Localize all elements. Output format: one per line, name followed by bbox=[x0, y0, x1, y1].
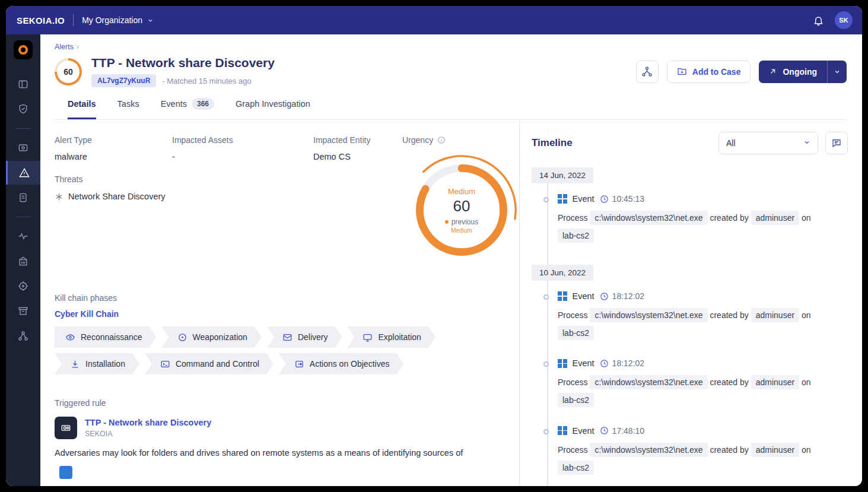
sidebar-item-intelligence[interactable] bbox=[6, 136, 40, 160]
phase-label: Actions on Objectives bbox=[310, 359, 390, 369]
tab-graph-investigation[interactable]: Graph Investigation bbox=[236, 98, 310, 119]
process-label: Process bbox=[558, 377, 588, 387]
sidebar-item-protect[interactable] bbox=[6, 97, 40, 121]
arrow-up-right-icon bbox=[768, 67, 777, 76]
process-label: Process bbox=[558, 213, 588, 223]
user-chip[interactable]: adminuser bbox=[751, 375, 799, 389]
notifications-button[interactable] bbox=[810, 12, 826, 28]
impacted-entity-value: Demo CS bbox=[313, 152, 402, 161]
sidebar-item-archive[interactable] bbox=[6, 299, 40, 323]
topbar: SEKOIA.IO My Organization SK bbox=[6, 6, 862, 34]
event-time: 18:12:02 bbox=[612, 291, 645, 301]
alert-urgency-score-ring: 60 bbox=[55, 58, 82, 85]
killchain-section: Kill chain phases Cyber Kill Chain Recon… bbox=[55, 293, 503, 374]
timeline-event[interactable]: Event 10:45:13 Process c:\windows\system… bbox=[558, 194, 848, 245]
page-header: Alerts › 60 TTP - Network share Discover… bbox=[40, 34, 862, 120]
host-chip[interactable]: lab-cs2 bbox=[558, 326, 594, 340]
threat-name: Network Share Discovery bbox=[68, 192, 166, 201]
timeline-event[interactable]: Event 18:12:02 Process c:\windows\system… bbox=[558, 358, 848, 409]
killchain-name-link[interactable]: Cyber Kill Chain bbox=[55, 309, 503, 319]
phase-exploitation[interactable]: Exploitation bbox=[347, 326, 435, 348]
user-chip[interactable]: adminuser bbox=[751, 211, 799, 225]
threats-block: Threats Network Share Discovery bbox=[55, 174, 172, 201]
phase-actions-on-objectives[interactable]: Actions on Objectives bbox=[279, 353, 404, 374]
tab-tasks[interactable]: Tasks bbox=[117, 98, 139, 119]
process-path-chip[interactable]: c:\windows\system32\net.exe bbox=[590, 443, 707, 457]
phase-delivery[interactable]: Delivery bbox=[267, 326, 342, 348]
sidebar-item-dashboard[interactable] bbox=[6, 72, 40, 96]
threat-item[interactable]: Network Share Discovery bbox=[55, 192, 172, 201]
on-label: on bbox=[802, 310, 811, 320]
graph-view-button[interactable] bbox=[636, 61, 659, 83]
breadcrumb-alerts-link[interactable]: Alerts bbox=[55, 43, 74, 51]
dashboard-icon bbox=[17, 78, 29, 90]
on-label: on bbox=[802, 445, 811, 455]
triggered-rule-section: Triggered rule TTP - Network share Disco… bbox=[55, 398, 503, 479]
phase-command-and-control[interactable]: Command and Control bbox=[145, 353, 274, 374]
clock-icon bbox=[600, 426, 609, 435]
sidebar-divider bbox=[15, 217, 31, 217]
chevron-right-icon: › bbox=[77, 43, 79, 51]
alert-type-label: Alert Type bbox=[55, 135, 172, 145]
user-avatar[interactable]: SK bbox=[835, 11, 853, 29]
tab-details-label: Details bbox=[68, 99, 96, 109]
timeline-event[interactable]: Event 18:12:02 Process c:\windows\system… bbox=[558, 291, 848, 342]
organization-name: My Organization bbox=[82, 15, 142, 25]
event-type-label: Event bbox=[573, 426, 594, 436]
rule-name-link[interactable]: TTP - Network share Discovery bbox=[85, 418, 211, 427]
threat-icon bbox=[55, 192, 63, 201]
timeline-date-chip: 14 Jun, 2022 bbox=[532, 167, 593, 183]
sidebar-item-hunting[interactable] bbox=[6, 274, 40, 298]
monitor-icon bbox=[363, 332, 373, 342]
user-chip[interactable]: adminuser bbox=[751, 308, 799, 322]
comment-icon bbox=[831, 138, 842, 148]
alert-type-value: malware bbox=[55, 152, 172, 161]
sidebar-item-organization[interactable] bbox=[6, 249, 40, 273]
mitre-technique-icon bbox=[59, 466, 72, 479]
tab-events[interactable]: Events 366 bbox=[161, 98, 214, 119]
sidebar-item-alerts[interactable] bbox=[6, 161, 40, 185]
previous-urgency-level: Medium bbox=[451, 227, 472, 234]
timeline-list: 14 Jun, 2022 Event 10:45:13 bbox=[532, 164, 848, 486]
building-icon bbox=[17, 255, 29, 267]
status-dropdown-caret[interactable] bbox=[827, 61, 847, 83]
timeline-date-chip: 10 Jun, 2022 bbox=[532, 265, 593, 281]
organization-switcher[interactable]: My Organization bbox=[82, 15, 154, 25]
alert-id-chip[interactable]: AL7vgZ7yKuuR bbox=[91, 74, 156, 87]
host-chip[interactable]: lab-cs2 bbox=[558, 393, 594, 407]
killchain-phases: Reconnaissance Weaponization Delivery bbox=[55, 326, 482, 374]
phase-installation[interactable]: Installation bbox=[55, 353, 139, 374]
windows-logo-icon bbox=[558, 359, 567, 369]
sidebar-item-activity[interactable] bbox=[6, 224, 40, 248]
process-path-chip[interactable]: c:\windows\system32\net.exe bbox=[590, 375, 707, 389]
mail-icon bbox=[282, 332, 292, 342]
phase-reconnaissance[interactable]: Reconnaissance bbox=[55, 326, 157, 348]
arrow-out-box-icon bbox=[294, 359, 304, 369]
process-path-chip[interactable]: c:\windows\system32\net.exe bbox=[590, 308, 707, 322]
phase-weaponization[interactable]: Weaponization bbox=[162, 326, 262, 348]
timeline-filter-select[interactable]: All bbox=[718, 132, 818, 154]
process-path-chip[interactable]: c:\windows\system32\net.exe bbox=[590, 211, 707, 225]
host-chip[interactable]: lab-cs2 bbox=[558, 461, 594, 475]
timeline-comments-button[interactable] bbox=[825, 132, 848, 154]
rule-type-icon bbox=[55, 417, 77, 439]
breadcrumb: Alerts › bbox=[55, 43, 847, 51]
sidebar-item-community[interactable] bbox=[6, 324, 40, 348]
process-label: Process bbox=[558, 445, 588, 455]
sidebar-item-cases[interactable] bbox=[6, 186, 40, 210]
urgency-gauge: Medium 60 previous Medium bbox=[403, 152, 519, 268]
add-to-case-button[interactable]: Add to Case bbox=[667, 61, 751, 83]
timeline-event[interactable]: Event 17:48:10 Process c:\windows\system… bbox=[558, 426, 848, 477]
sidebar-nav bbox=[6, 34, 40, 486]
tab-details[interactable]: Details bbox=[68, 98, 96, 119]
status-button[interactable]: Ongoing bbox=[759, 61, 847, 83]
user-chip[interactable]: adminuser bbox=[751, 443, 799, 457]
add-to-case-label: Add to Case bbox=[692, 67, 741, 77]
host-chip[interactable]: lab-cs2 bbox=[558, 228, 594, 243]
timeline-event-dot bbox=[543, 197, 549, 202]
brand-logo-text: SEKOIA.IO bbox=[17, 15, 65, 26]
timeline-event-dot bbox=[543, 361, 549, 367]
info-icon[interactable] bbox=[437, 136, 446, 144]
sidebar-item-home[interactable] bbox=[14, 40, 33, 59]
threats-label: Threats bbox=[55, 174, 172, 184]
